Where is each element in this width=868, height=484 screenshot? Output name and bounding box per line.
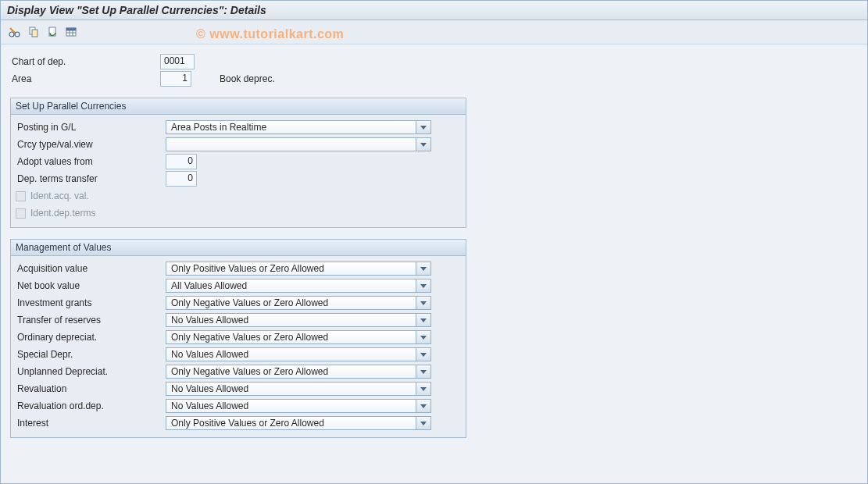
row-acquisition-value: Acquisition value Only Positive Values o… <box>16 261 461 276</box>
row-net-book-value: Net book value All Values Allowed <box>16 278 461 294</box>
select-net-book-value-value: All Values Allowed <box>171 280 247 291</box>
chevron-down-icon <box>420 283 427 289</box>
select-ordinary-depreciat[interactable]: Only Negative Values or Zero Allowed <box>166 330 431 344</box>
svg-point-0 <box>9 32 14 37</box>
toolbar <box>1 20 867 44</box>
select-revaluation-value: No Values Allowed <box>171 383 248 394</box>
chevron-down-icon <box>420 420 427 426</box>
select-unplanned-depreciat-value: Only Negative Values or Zero Allowed <box>171 366 328 377</box>
select-special-depr-trigger[interactable] <box>416 348 430 361</box>
chevron-down-icon <box>420 403 427 409</box>
select-interest[interactable]: Only Positive Values or Zero Allowed <box>166 416 431 430</box>
row-dep-terms-transfer: Dep. terms transfer 0 <box>16 171 461 187</box>
label-area: Area <box>10 73 160 84</box>
row-posting-gl: Posting in G/L Area Posts in Realtime <box>16 119 461 135</box>
select-special-depr-value: No Values Allowed <box>171 349 248 360</box>
table-icon <box>65 26 77 38</box>
group-parallel-currencies-body: Posting in G/L Area Posts in Realtime Cr… <box>11 115 466 227</box>
select-posting-gl-value: Area Posts in Realtime <box>171 122 266 133</box>
row-investment-grants: Investment grants Only Negative Values o… <box>16 295 461 311</box>
label-revaluation-ord-dep: Revaluation ord.dep. <box>16 400 166 411</box>
chevron-down-icon <box>420 317 427 323</box>
row-special-depr: Special Depr. No Values Allowed <box>16 347 461 362</box>
page-title: Display View "Set Up Parallel Currencies… <box>1 1 867 20</box>
input-dep-terms-transfer[interactable]: 0 <box>166 171 197 187</box>
select-special-depr[interactable]: No Values Allowed <box>166 347 431 361</box>
toolbar-undo-button[interactable] <box>45 24 60 40</box>
row-adopt-values: Adopt values from 0 <box>16 154 461 169</box>
group-parallel-currencies: Set Up Parallel Currencies Posting in G/… <box>10 98 466 228</box>
select-transfer-reserves-trigger[interactable] <box>416 314 430 326</box>
select-crcy-type-trigger[interactable] <box>416 138 430 151</box>
toolbar-change-button[interactable] <box>7 24 23 40</box>
select-crcy-type[interactable] <box>166 137 431 151</box>
row-ordinary-depreciat: Ordinary depreciat. Only Negative Values… <box>16 329 461 345</box>
chevron-down-icon <box>420 141 427 148</box>
select-acquisition-value[interactable]: Only Positive Values or Zero Allowed <box>166 262 431 276</box>
label-ident-dep-terms: Ident.dep.terms <box>30 208 95 219</box>
label-revaluation: Revaluation <box>16 383 166 394</box>
row-ident-dep-terms: Ident.dep.terms <box>16 205 461 221</box>
select-revaluation-ord-dep[interactable]: No Values Allowed <box>166 399 431 413</box>
chevron-down-icon <box>420 124 427 130</box>
input-chart-of-dep[interactable]: 0001 <box>160 54 195 69</box>
label-net-book-value: Net book value <box>16 280 166 291</box>
chevron-down-icon <box>420 300 427 306</box>
select-investment-grants-trigger[interactable] <box>416 297 430 309</box>
label-posting-gl: Posting in G/L <box>16 122 166 133</box>
select-net-book-value-trigger[interactable] <box>416 279 430 292</box>
toolbar-copy-button[interactable] <box>26 24 41 40</box>
toolbar-table-button[interactable] <box>63 24 79 40</box>
chevron-down-icon <box>420 368 427 375</box>
chevron-down-icon <box>420 386 427 392</box>
copy-icon <box>27 26 40 38</box>
chevron-down-icon <box>420 265 427 272</box>
select-unplanned-depreciat[interactable]: Only Negative Values or Zero Allowed <box>166 365 431 379</box>
row-interest: Interest Only Positive Values or Zero Al… <box>16 415 461 431</box>
label-special-depr: Special Depr. <box>16 349 166 360</box>
select-revaluation-trigger[interactable] <box>416 383 430 395</box>
select-posting-gl-trigger[interactable] <box>416 121 430 133</box>
select-investment-grants-value: Only Negative Values or Zero Allowed <box>171 297 328 308</box>
label-interest: Interest <box>16 418 166 429</box>
chevron-down-icon <box>420 334 427 340</box>
select-acquisition-value-trigger[interactable] <box>416 262 430 275</box>
row-revaluation: Revaluation No Values Allowed <box>16 381 461 397</box>
input-adopt-values[interactable]: 0 <box>166 154 197 169</box>
content-area: Chart of dep. 0001 Area 1 Book deprec. S… <box>1 44 867 446</box>
select-ordinary-depreciat-value: Only Negative Values or Zero Allowed <box>171 332 328 343</box>
label-crcy-type: Crcy type/val.view <box>16 139 166 150</box>
select-unplanned-depreciat-trigger[interactable] <box>416 365 430 378</box>
undo-doc-icon <box>46 26 59 38</box>
group-parallel-currencies-title: Set Up Parallel Currencies <box>11 98 466 115</box>
select-revaluation[interactable]: No Values Allowed <box>166 382 431 396</box>
label-adopt-values: Adopt values from <box>16 156 166 167</box>
select-revaluation-ord-dep-trigger[interactable] <box>416 400 430 412</box>
row-ident-acq-val: Ident.acq. val. <box>16 188 461 204</box>
group-management-values: Management of Values Acquisition value O… <box>10 239 466 438</box>
group-management-values-title: Management of Values <box>11 240 466 256</box>
select-investment-grants[interactable]: Only Negative Values or Zero Allowed <box>166 296 431 310</box>
row-transfer-reserves: Transfer of reserves No Values Allowed <box>16 312 461 328</box>
group-management-values-body: Acquisition value Only Positive Values o… <box>11 256 466 437</box>
label-dep-terms-transfer: Dep. terms transfer <box>16 173 166 184</box>
select-interest-value: Only Positive Values or Zero Allowed <box>171 418 324 429</box>
row-revaluation-ord-dep: Revaluation ord.dep. No Values Allowed <box>16 398 461 414</box>
select-posting-gl[interactable]: Area Posts in Realtime <box>166 120 431 134</box>
chevron-down-icon <box>420 351 427 358</box>
row-area: Area 1 Book deprec. <box>10 71 858 87</box>
select-ordinary-depreciat-trigger[interactable] <box>416 331 430 343</box>
select-net-book-value[interactable]: All Values Allowed <box>166 279 431 293</box>
label-ident-acq-val: Ident.acq. val. <box>30 190 89 201</box>
row-crcy-type: Crcy type/val.view <box>16 137 461 152</box>
pencil-glasses-icon <box>9 26 21 38</box>
checkbox-ident-acq-val <box>16 191 26 201</box>
select-revaluation-ord-dep-value: No Values Allowed <box>171 400 248 411</box>
row-chart-of-dep: Chart of dep. 0001 <box>10 54 858 69</box>
input-area[interactable]: 1 <box>160 71 191 87</box>
label-chart-of-dep: Chart of dep. <box>10 56 160 67</box>
select-interest-trigger[interactable] <box>416 417 430 429</box>
label-investment-grants: Investment grants <box>16 297 166 308</box>
select-transfer-reserves[interactable]: No Values Allowed <box>166 313 431 327</box>
label-ordinary-depreciat: Ordinary depreciat. <box>16 332 166 343</box>
